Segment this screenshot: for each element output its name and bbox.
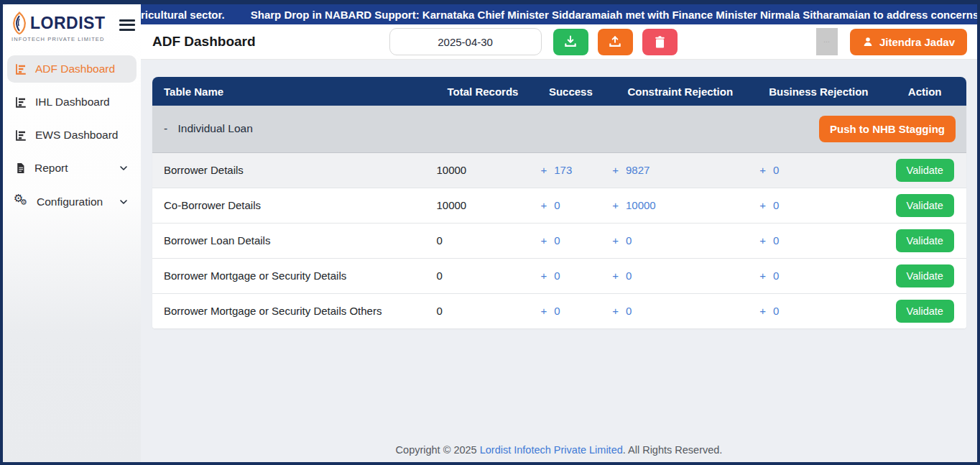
group-row-individual-loan: - Individual Loan Push to NHB Stagging [152,106,966,152]
bar-chart-icon [14,129,27,142]
trash-icon [653,35,667,49]
footer-copyright: Copyright © 2025 Lordist Infotech Privat… [141,444,977,462]
bar-chart-icon [14,96,27,109]
business-count: 0 [773,234,779,247]
constraint-count: 9827 [626,164,650,176]
plus-icon: + [541,164,547,176]
constraint-rejection-expander[interactable]: +0 [612,234,632,247]
business-rejection-expander[interactable]: +0 [759,270,779,282]
column-header-table-name: Table Name [152,77,430,106]
collapse-icon[interactable]: - [164,122,167,134]
table-name-cell: Borrower Loan Details [152,223,430,258]
constraint-count: 10000 [626,199,656,211]
user-menu-button[interactable]: Jitendra Jadav [850,29,967,55]
adf-table: Table Name Total Records Success Constra… [152,77,966,328]
success-expander[interactable]: +0 [541,305,560,317]
sidebar-item-report[interactable]: Report [7,155,137,182]
plus-icon: + [759,305,766,317]
sidebar-item-adf-dashboard[interactable]: ADF Dashboard [7,55,137,83]
business-rejection-expander[interactable]: +0 [759,234,779,247]
brand-block: LORDIST INFOTECH PRIVATE LIMITED [10,11,105,42]
validate-button[interactable]: Validate [896,194,954,217]
table-name-cell: Borrower Mortgage or Security Details [152,258,430,293]
success-count: 0 [554,199,560,211]
ticker-segment: ricultural sector. [141,9,225,21]
success-count: 0 [554,234,560,247]
table-row: Co-Borrower Details 10000 +0 +10000 +0 V… [152,188,966,223]
company-link[interactable]: Lordist Infotech Private Limited [480,444,623,456]
upload-button[interactable] [598,29,633,55]
business-rejection-expander[interactable]: +0 [759,305,779,317]
plus-icon: + [541,305,547,317]
validate-button[interactable]: Validate [896,159,954,182]
menu-toggle-button[interactable] [119,17,135,33]
page-title: ADF Dashboard [152,34,256,50]
column-header-total-records: Total Records [430,77,535,106]
business-rejection-expander[interactable]: +0 [759,199,779,211]
news-ticker: ricultural sector. Sharp Drop in NABARD … [141,4,977,24]
success-expander[interactable]: +0 [541,199,560,211]
plus-icon: + [759,234,766,247]
brand-name: LORDIST [30,14,105,33]
business-count: 0 [773,199,779,211]
table-name-cell: Co-Borrower Details [152,188,430,223]
constraint-rejection-expander[interactable]: +0 [612,270,632,282]
business-rejection-expander[interactable]: +0 [759,164,779,176]
plus-icon: + [541,199,547,211]
business-count: 0 [773,164,779,176]
push-to-nhb-stagging-button[interactable]: Push to NHB Stagging [819,116,956,142]
total-records-cell: 0 [430,258,535,293]
constraint-rejection-expander[interactable]: +0 [612,305,632,317]
plus-icon: + [759,199,766,211]
constraint-count: 0 [626,305,632,317]
delete-button[interactable] [642,29,678,55]
sidebar-item-label: Report [34,162,68,175]
chevron-down-icon [118,196,129,208]
brand: LORDIST INFOTECH PRIVATE LIMITED [3,4,141,47]
date-input[interactable] [389,28,542,55]
success-expander[interactable]: +173 [541,164,573,176]
success-count: 0 [554,305,560,317]
table-header-row: Table Name Total Records Success Constra… [152,77,966,106]
group-label: Individual Loan [177,122,252,134]
validate-button[interactable]: Validate [896,229,954,252]
ticker-segment: Sharp Drop in NABARD Support: Karnataka … [251,9,977,21]
sidebar-item-ihl-dashboard[interactable]: IHL Dashboard [7,88,137,116]
constraint-count: 0 [626,270,632,282]
sidebar-item-label: Configuration [37,195,103,208]
column-header-success: Success [535,77,607,106]
content-area: Table Name Total Records Success Constra… [141,60,977,462]
column-header-constraint-rejection: Constraint Rejection [606,77,754,106]
table-row: Borrower Loan Details 0 +0 +0 +0 Validat… [152,223,966,258]
constraint-rejection-expander[interactable]: +9827 [612,164,650,176]
sidebar-item-configuration[interactable]: ⚙⚙ Configuration [7,188,137,216]
upload-icon [608,34,622,49]
plus-icon: + [612,234,619,247]
plus-icon: + [541,270,547,282]
business-count: 0 [773,270,779,282]
table-row: Borrower Mortgage or Security Details 0 … [152,258,966,293]
validate-button[interactable]: Validate [896,300,954,323]
sidebar-item-ews-dashboard[interactable]: EWS Dashboard [7,121,137,149]
business-count: 0 [773,305,779,317]
success-expander[interactable]: +0 [541,270,560,282]
total-records-cell: 10000 [430,188,535,223]
user-name: Jitendra Jadav [879,36,955,48]
total-records-cell: 0 [430,223,535,258]
validate-button[interactable]: Validate [896,264,954,287]
success-count: 0 [554,270,560,282]
download-button[interactable] [553,29,588,55]
plus-icon: + [612,305,619,317]
constraint-rejection-expander[interactable]: +10000 [612,199,655,211]
plus-icon: + [759,164,766,176]
success-count: 173 [554,164,572,176]
total-records-cell: 0 [430,293,535,328]
bar-chart-icon [14,63,27,75]
file-icon [14,162,27,175]
overflow-button[interactable]: ⋯ [816,28,838,55]
success-expander[interactable]: +0 [541,234,560,247]
sidebar-item-label: EWS Dashboard [35,129,118,142]
column-header-business-rejection: Business Rejection [754,77,883,106]
sidebar-item-label: ADF Dashboard [35,63,115,75]
adf-table-card: Table Name Total Records Success Constra… [152,77,966,328]
